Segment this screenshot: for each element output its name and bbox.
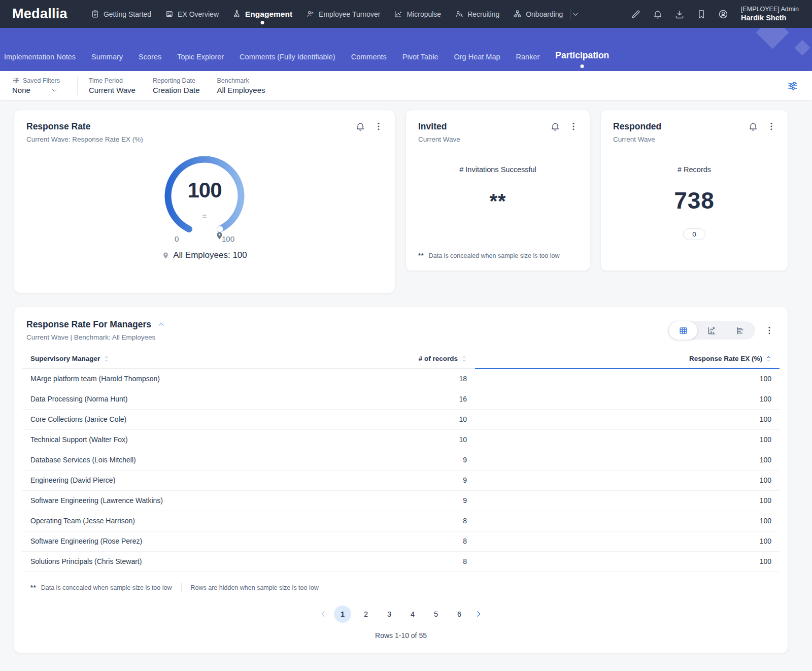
sub-nav-item-implementation-notes[interactable]: Implementation Notes <box>4 53 76 61</box>
kebab-menu-icon[interactable] <box>374 121 384 131</box>
top-nav-item-recruiting[interactable]: Recruiting <box>455 10 499 18</box>
cell-records: 9 <box>394 450 475 470</box>
summary-cards-row: Response Rate Current Wave: Response Rat… <box>14 110 788 293</box>
sub-nav-item-topic-explorer[interactable]: Topic Explorer <box>177 53 224 61</box>
sub-nav-item-scores[interactable]: Scores <box>139 53 161 61</box>
cell-records: 10 <box>394 429 475 450</box>
page-button-6[interactable]: 6 <box>451 606 468 623</box>
saved-filters-label: Saved Filters <box>12 77 60 84</box>
top-nav-item-ex-overview[interactable]: EX Overview <box>165 10 219 18</box>
metric-value: 738 <box>674 187 715 214</box>
column-header-supervisory-manager[interactable]: Supervisory Manager <box>22 349 394 368</box>
pagination: 123456 <box>14 606 788 623</box>
kebab-menu-icon[interactable] <box>568 121 579 131</box>
rows-summary: Rows 1-10 of 55 <box>14 631 788 640</box>
sub-nav-item-org-heat-map[interactable]: Org Heat Map <box>454 53 500 61</box>
responded-metric: # Records 738 0 <box>601 143 788 271</box>
user-block[interactable]: [EMPLOYEE] Admin Hardik Sheth <box>741 5 812 23</box>
next-page-chevron-right-icon[interactable] <box>474 610 483 618</box>
sub-nav-item-comments-fully-identifiable-[interactable]: Comments (Fully Identifiable) <box>240 53 335 61</box>
table-row[interactable]: Solutions Principals (Chris Stewart)8100 <box>22 551 780 572</box>
page-button-5[interactable]: 5 <box>427 606 445 623</box>
zero-count-badge[interactable]: 0 <box>683 228 705 240</box>
page-button-2[interactable]: 2 <box>357 606 375 623</box>
table-row[interactable]: Operating Team (Jesse Harrison)8100 <box>22 511 780 531</box>
sub-nav-item-ranker[interactable]: Ranker <box>516 53 540 61</box>
collapse-chevron-up-icon[interactable] <box>157 321 165 328</box>
chevron-down-icon <box>51 87 58 94</box>
view-mode-bars-view[interactable] <box>726 321 754 340</box>
org-icon <box>513 10 522 18</box>
sort-icon[interactable] <box>766 355 771 363</box>
view-mode-chart-view[interactable] <box>697 321 726 340</box>
time-period-label: Time Period <box>89 77 136 84</box>
table-row[interactable]: Software Engineering (Rose Perez)8100 <box>22 531 780 551</box>
sub-nav-item-pivot-table[interactable]: Pivot Table <box>402 53 438 61</box>
gauge-value: 100 <box>187 178 221 203</box>
previous-page-chevron-left-icon[interactable] <box>319 610 328 618</box>
notifications-bell-icon[interactable] <box>653 9 663 19</box>
alert-bell-icon[interactable] <box>355 121 365 131</box>
responded-card: Responded Current Wave # Records 738 0 <box>601 110 788 271</box>
table-row[interactable]: Core Collections (Janice Cole)10100 <box>22 409 780 429</box>
column-header-response-rate-ex-[interactable]: Response Rate EX (%) <box>475 349 780 368</box>
cell-rate: 100 <box>475 409 780 429</box>
bookmark-icon[interactable] <box>696 9 706 19</box>
view-mode-table-view[interactable] <box>669 321 697 340</box>
table-row[interactable]: Software Engineering (Lawrence Watkins)9… <box>22 490 780 511</box>
kebab-menu-icon[interactable] <box>764 325 774 336</box>
saved-filters-select[interactable]: None <box>12 86 60 94</box>
reporting-date-value[interactable]: Creation Date <box>153 86 200 94</box>
filter-settings-sliders-icon[interactable] <box>787 80 799 92</box>
sub-nav-item-comments[interactable]: Comments <box>351 53 387 61</box>
cell-manager: Technical Support (Walter Fox) <box>22 429 394 450</box>
metric-label: # Records <box>678 165 711 174</box>
cell-manager: MArge platform team (Harold Thompson) <box>22 368 394 389</box>
cell-records: 10 <box>394 409 475 429</box>
edit-pencil-icon[interactable] <box>631 9 641 19</box>
cell-rate: 100 <box>475 511 780 531</box>
column-header--of-records[interactable]: # of records <box>394 349 475 368</box>
card-title: Response Rate <box>26 121 143 132</box>
table-row[interactable]: Technical Support (Walter Fox)10100 <box>22 429 780 450</box>
saved-filters-group: Saved Filters None <box>12 77 60 94</box>
top-nav-item-engagement[interactable]: Engagement <box>232 10 292 19</box>
benchmark-value[interactable]: All Employees <box>217 86 265 94</box>
table-row[interactable]: MArge platform team (Harold Thompson)181… <box>22 368 780 389</box>
alert-bell-icon[interactable] <box>748 121 758 131</box>
sub-nav: Implementation NotesSummaryScoresTopic E… <box>0 28 812 71</box>
top-nav-item-onboarding[interactable]: Onboarding <box>513 10 563 18</box>
cell-rate: 100 <box>475 531 780 551</box>
medallia-logo: Medallia <box>12 6 67 22</box>
page-button-3[interactable]: 3 <box>381 606 398 623</box>
sort-icon[interactable] <box>104 355 109 363</box>
benchmark-pin-icon <box>162 252 170 259</box>
benchmark-pin-icon <box>215 231 224 242</box>
top-nav-item-employee-turnover[interactable]: Employee Turnover <box>306 10 380 18</box>
table-row[interactable]: Data Processing (Norma Hunt)16100 <box>22 389 780 409</box>
cell-manager: Solutions Principals (Chris Stewart) <box>22 551 394 572</box>
cell-rate: 100 <box>475 551 780 572</box>
account-icon[interactable] <box>718 9 728 19</box>
top-nav-item-micropulse[interactable]: Micropulse <box>394 10 441 18</box>
cell-records: 16 <box>394 389 475 409</box>
view-switcher <box>668 321 755 340</box>
bars-icon <box>735 326 745 336</box>
download-icon[interactable] <box>674 9 685 19</box>
time-period-value[interactable]: Current Wave <box>89 86 136 94</box>
top-nav-item-getting-started[interactable]: Getting Started <box>91 10 151 18</box>
table-row[interactable]: Database Services (Lois Mitchell)9100 <box>22 450 780 470</box>
footnote-text: Data is concealed when sample size is to… <box>41 584 172 591</box>
kebab-menu-icon[interactable] <box>766 121 776 131</box>
gauge-scale: 0 100 <box>175 233 234 244</box>
table-header-row: Supervisory Manager# of recordsResponse … <box>22 349 780 368</box>
sort-icon[interactable] <box>461 355 467 363</box>
page-button-4[interactable]: 4 <box>404 606 421 623</box>
sub-nav-item-summary[interactable]: Summary <box>91 53 123 61</box>
metric-value: ** <box>489 190 506 213</box>
sub-nav-item-participation[interactable]: Participation <box>555 50 609 61</box>
page-button-1[interactable]: 1 <box>334 606 351 623</box>
nav-overflow-chevron-down-icon[interactable] <box>571 10 580 18</box>
table-row[interactable]: Engineering (David Pierce)9100 <box>22 470 780 490</box>
alert-bell-icon[interactable] <box>550 121 560 131</box>
